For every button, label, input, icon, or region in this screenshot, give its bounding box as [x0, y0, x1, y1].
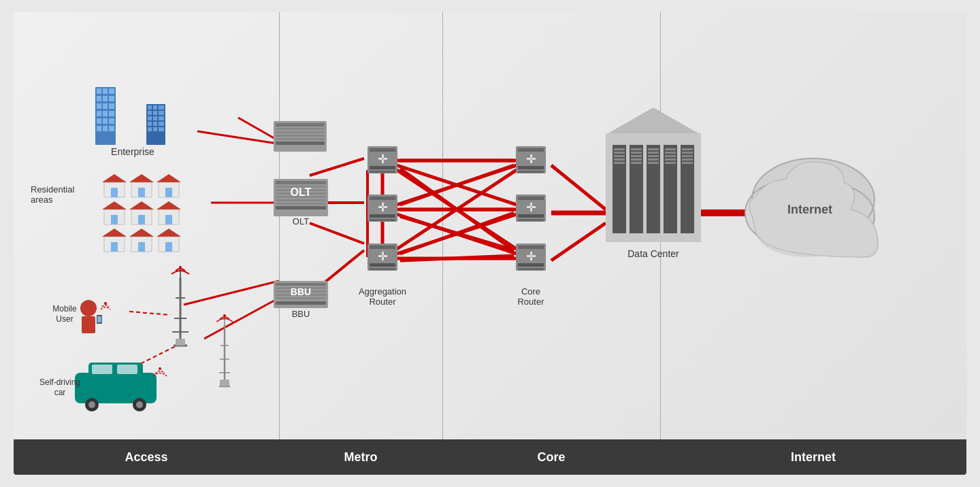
svg-line-8 — [129, 312, 170, 315]
svg-text:Router: Router — [369, 297, 396, 307]
svg-rect-130 — [276, 297, 326, 299]
svg-line-5 — [310, 223, 364, 244]
svg-rect-134 — [82, 316, 95, 333]
svg-point-137 — [104, 302, 107, 305]
svg-rect-140 — [75, 373, 157, 403]
svg-rect-201 — [614, 155, 625, 157]
svg-rect-200 — [614, 152, 625, 154]
svg-line-7 — [204, 298, 279, 339]
svg-point-147 — [136, 401, 143, 408]
svg-rect-159 — [370, 214, 395, 218]
svg-rect-81 — [111, 215, 118, 224]
svg-rect-154 — [370, 166, 395, 169]
olt-label: OLT — [293, 216, 309, 226]
svg-point-145 — [88, 401, 95, 408]
svg-rect-72 — [111, 188, 118, 197]
svg-rect-169 — [518, 148, 544, 152]
svg-rect-143 — [117, 365, 137, 374]
svg-rect-93 — [138, 242, 145, 252]
svg-rect-186 — [276, 123, 325, 127]
svg-marker-70 — [102, 174, 127, 182]
network-diagram: Enterprise — [14, 12, 966, 439]
svg-text:Data Center: Data Center — [627, 248, 679, 259]
svg-rect-187 — [276, 128, 325, 130]
svg-rect-60 — [159, 111, 164, 115]
svg-rect-59 — [153, 111, 157, 115]
svg-rect-63 — [159, 116, 164, 120]
access-label: Access — [125, 450, 167, 465]
svg-rect-105 — [276, 199, 326, 201]
svg-rect-55 — [148, 105, 152, 110]
svg-rect-199 — [614, 148, 625, 150]
svg-marker-76 — [157, 174, 181, 182]
svg-point-133 — [80, 300, 97, 316]
svg-rect-208 — [631, 162, 642, 164]
svg-rect-211 — [648, 155, 659, 157]
svg-line-3 — [310, 158, 364, 175]
svg-text:Internet: Internet — [787, 203, 832, 216]
svg-rect-53 — [109, 126, 114, 131]
section-access: Access — [14, 439, 279, 475]
svg-rect-214 — [665, 148, 676, 150]
svg-rect-40 — [103, 96, 108, 101]
svg-rect-206 — [631, 155, 642, 157]
svg-text:Mobile: Mobile — [52, 304, 77, 314]
svg-rect-216 — [665, 155, 676, 157]
svg-rect-176 — [518, 214, 544, 218]
core-label: Core — [537, 450, 565, 465]
svg-rect-157 — [370, 197, 395, 200]
svg-text:Aggregation: Aggregation — [359, 286, 406, 297]
svg-point-148 — [159, 367, 161, 370]
svg-rect-189 — [276, 135, 325, 137]
svg-rect-162 — [370, 246, 395, 249]
svg-rect-62 — [153, 116, 157, 120]
svg-line-6 — [184, 281, 279, 305]
svg-rect-56 — [153, 105, 157, 110]
section-metro: Metro — [279, 439, 442, 475]
enterprise-label: Enterprise — [111, 146, 154, 157]
svg-point-122 — [223, 314, 226, 317]
svg-rect-66 — [159, 122, 164, 126]
svg-rect-69 — [159, 127, 164, 131]
svg-text:✛: ✛ — [526, 152, 536, 166]
svg-rect-194 — [612, 145, 626, 233]
svg-rect-179 — [518, 246, 544, 249]
svg-rect-50 — [109, 118, 114, 124]
svg-rect-165 — [370, 268, 395, 270]
svg-marker-91 — [129, 229, 154, 237]
svg-text:✛: ✛ — [378, 152, 388, 166]
svg-rect-212 — [648, 158, 659, 161]
svg-rect-172 — [518, 171, 544, 173]
svg-rect-48 — [97, 118, 101, 124]
svg-rect-188 — [276, 131, 325, 133]
svg-text:User: User — [56, 314, 73, 324]
svg-rect-43 — [103, 103, 108, 109]
svg-marker-82 — [129, 201, 154, 209]
svg-rect-49 — [103, 118, 108, 124]
svg-marker-192 — [606, 107, 701, 135]
svg-rect-155 — [370, 171, 395, 173]
svg-text:Self-driving: Self-driving — [39, 377, 80, 387]
svg-rect-64 — [148, 122, 152, 126]
svg-line-31 — [551, 165, 606, 209]
svg-rect-41 — [109, 96, 114, 101]
svg-rect-39 — [97, 96, 101, 101]
svg-rect-191 — [276, 141, 325, 145]
section-core: Core — [442, 439, 660, 475]
svg-rect-152 — [370, 148, 395, 152]
svg-text:✛: ✛ — [526, 201, 536, 214]
svg-rect-107 — [276, 206, 326, 209]
svg-rect-37 — [103, 88, 108, 94]
internet-label: Internet — [791, 450, 836, 465]
svg-rect-61 — [148, 116, 152, 120]
svg-rect-142 — [92, 365, 112, 374]
svg-rect-96 — [165, 242, 172, 252]
svg-rect-204 — [631, 148, 642, 150]
svg-marker-73 — [129, 174, 154, 182]
svg-rect-221 — [682, 155, 693, 157]
svg-text:BBU: BBU — [291, 286, 311, 297]
svg-text:Core: Core — [521, 286, 540, 297]
svg-text:✛: ✛ — [526, 250, 536, 263]
svg-rect-90 — [111, 242, 118, 252]
svg-rect-174 — [518, 197, 544, 200]
